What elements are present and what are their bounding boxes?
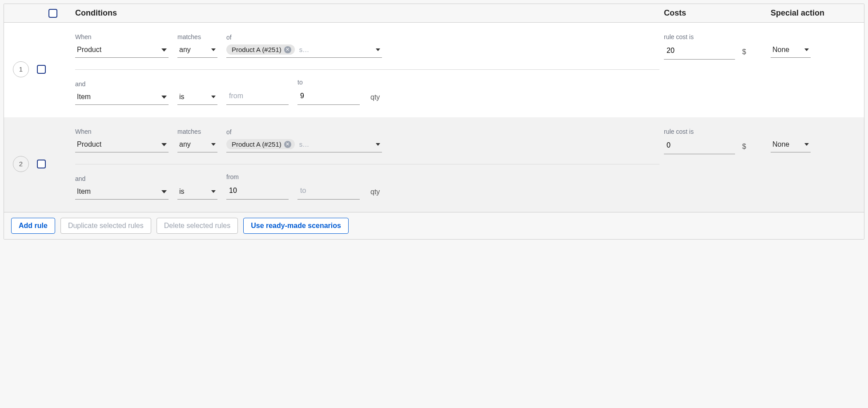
add-rule-button[interactable]: Add rule (11, 218, 55, 234)
qty-suffix: qty (370, 188, 380, 200)
condition-divider (75, 69, 659, 70)
action-value: None (772, 140, 789, 148)
and-select[interactable]: Item (75, 90, 169, 105)
is-select[interactable]: is (177, 185, 217, 200)
to-input[interactable] (299, 186, 358, 196)
condition-divider (75, 164, 659, 164)
header-conditions: Conditions (66, 8, 664, 18)
spacer-label (771, 128, 855, 135)
rule-checkbox[interactable] (37, 160, 46, 168)
product-tag-input[interactable]: Product A (#251) ✕ s… (226, 138, 382, 152)
matches-label: matches (177, 128, 217, 135)
rule-row: 2 When Product matches any (4, 117, 864, 212)
when-value: Product (77, 46, 101, 54)
spacer-label (771, 33, 855, 40)
when-select[interactable]: Product (75, 43, 169, 58)
chevron-down-icon (211, 96, 216, 98)
matches-select[interactable]: any (177, 138, 217, 152)
and-label: and (75, 175, 169, 182)
when-label: When (75, 33, 169, 40)
chevron-down-icon (804, 143, 809, 146)
spacer-label (226, 79, 289, 86)
search-placeholder: s… (299, 46, 371, 53)
cost-input[interactable] (666, 46, 733, 56)
from-input-wrap (226, 88, 289, 105)
from-label: from (226, 173, 289, 180)
and-value: Item (77, 93, 91, 101)
use-scenarios-button[interactable]: Use ready-made scenarios (243, 218, 349, 234)
chip-remove-icon[interactable]: ✕ (284, 46, 291, 53)
costs-block: rule cost is $ (664, 33, 771, 105)
matches-select[interactable]: any (177, 43, 217, 58)
product-chip-text: Product A (#251) (232, 140, 281, 148)
chevron-down-icon (211, 190, 216, 193)
conditions-block: When Product matches any of (66, 128, 664, 200)
rule-index-text: 1 (19, 65, 23, 73)
matches-value: any (179, 46, 191, 54)
chevron-down-icon (161, 48, 167, 52)
delete-rules-button[interactable]: Delete selected rules (157, 218, 238, 234)
chevron-down-icon (211, 48, 216, 51)
and-label: and (75, 80, 169, 88)
product-tag-input[interactable]: Product A (#251) ✕ s… (226, 44, 382, 58)
chevron-down-icon (211, 143, 216, 146)
chevron-down-icon (376, 48, 380, 51)
search-placeholder: s… (299, 140, 371, 148)
cost-input-wrap (664, 138, 735, 154)
action-block: None (771, 33, 855, 105)
and-select[interactable]: Item (75, 185, 169, 200)
to-input[interactable] (299, 91, 358, 101)
rules-panel: Conditions Costs Special action 1 When P… (4, 4, 864, 240)
header-costs: Costs (664, 8, 771, 18)
rule-index-text: 2 (19, 160, 23, 168)
chevron-down-icon (804, 48, 809, 51)
condition-line-2: and Item is from (75, 173, 659, 200)
chevron-down-icon (376, 143, 380, 146)
rule-left: 1 (13, 33, 66, 105)
cost-input[interactable] (666, 140, 733, 150)
rule-index-badge: 2 (13, 156, 29, 172)
action-select[interactable]: None (771, 43, 811, 58)
spacer-label (177, 80, 217, 88)
select-all-checkbox[interactable] (48, 9, 57, 18)
matches-label: matches (177, 33, 217, 40)
of-label: of (226, 34, 382, 41)
to-label: to (297, 79, 360, 86)
rule-checkbox[interactable] (37, 65, 46, 74)
is-select[interactable]: is (177, 90, 217, 105)
rule-cost-label: rule cost is (664, 33, 771, 40)
action-select[interactable]: None (771, 138, 811, 152)
condition-line-2: and Item is (75, 79, 659, 105)
when-value: Product (77, 140, 101, 148)
rule-row: 1 When Product matches any (4, 23, 864, 117)
product-chip: Product A (#251) ✕ (226, 44, 295, 55)
of-label: of (226, 128, 382, 136)
when-label: When (75, 128, 169, 135)
is-value: is (179, 93, 185, 101)
product-chip: Product A (#251) ✕ (226, 139, 295, 149)
cost-input-wrap (664, 43, 735, 60)
conditions-block: When Product matches any of (66, 33, 664, 105)
header-check-col (48, 9, 66, 18)
product-chip-text: Product A (#251) (232, 46, 281, 53)
condition-line-1: When Product matches any of (75, 33, 659, 58)
is-value: is (179, 188, 185, 196)
when-select[interactable]: Product (75, 138, 169, 152)
rule-left: 2 (13, 128, 66, 200)
footer-bar: Add rule Duplicate selected rules Delete… (4, 212, 864, 239)
chip-remove-icon[interactable]: ✕ (284, 141, 291, 148)
to-input-wrap (297, 183, 360, 200)
duplicate-rules-button[interactable]: Duplicate selected rules (60, 218, 151, 234)
chevron-down-icon (161, 96, 167, 99)
spacer-label (297, 173, 360, 180)
from-input[interactable] (228, 186, 287, 196)
qty-suffix: qty (370, 93, 380, 105)
condition-line-1: When Product matches any of (75, 128, 659, 152)
rule-cost-label: rule cost is (664, 128, 771, 135)
from-input[interactable] (228, 91, 287, 101)
header-special-action: Special action (771, 8, 855, 18)
currency-suffix: $ (742, 143, 746, 154)
chevron-down-icon (161, 190, 167, 193)
currency-suffix: $ (742, 48, 746, 60)
spacer-label (177, 175, 217, 182)
